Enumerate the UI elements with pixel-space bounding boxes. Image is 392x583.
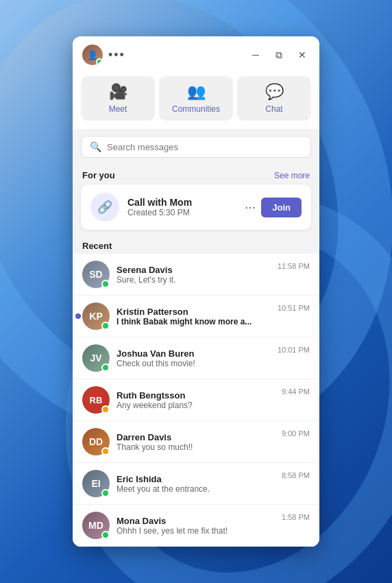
see-more-button[interactable]: See more — [274, 171, 310, 180]
join-button[interactable]: Join — [261, 198, 302, 217]
avatar-joshua: JV — [82, 344, 110, 372]
user-status-dot — [96, 58, 103, 65]
nav-meet-button[interactable]: 🎥 Meet — [81, 76, 155, 121]
nav-buttons: 🎥 Meet 👥 Communities 💬 Chat — [73, 71, 319, 129]
status-darren — [101, 447, 110, 455]
status-serena — [101, 280, 110, 288]
status-joshua — [101, 364, 110, 372]
search-icon: 🔍 — [90, 141, 101, 152]
meet-icon: 🎥 — [109, 83, 127, 101]
chat-time-kristin: 10:51 PM — [278, 304, 310, 312]
chat-preview-ruth: Any weekend plans? — [117, 401, 275, 410]
chat-item-serena[interactable]: SD Serena Davis Sure, Let's try it. 11:5… — [73, 254, 319, 296]
search-box: 🔍 — [81, 136, 311, 158]
chat-content-eric: Eric Ishida Meet you at the entrance. — [117, 474, 275, 494]
chat-name-eric: Eric Ishida — [117, 474, 275, 484]
nav-communities-button[interactable]: 👥 Communities — [159, 76, 233, 121]
chat-name-mona: Mona Davis — [117, 516, 275, 526]
avatar-darren: DD — [82, 428, 110, 455]
nav-chat-button[interactable]: 💬 Chat — [237, 76, 311, 121]
title-bar: 👤 ••• ─ ⧉ ✕ — [73, 36, 319, 71]
status-ruth — [101, 405, 110, 414]
chat-name-joshua: Joshua Van Buren — [117, 348, 271, 359]
more-options-button[interactable]: ••• — [108, 48, 125, 62]
close-button[interactable]: ✕ — [295, 47, 310, 62]
teams-window: 👤 ••• ─ ⧉ ✕ 🎥 Meet 👥 Communities 💬 Chat … — [73, 36, 319, 547]
call-more-button[interactable]: ⋯ — [245, 201, 256, 214]
chat-preview-darren: Thank you so much!! — [117, 442, 275, 452]
avatar-serena: SD — [82, 261, 110, 288]
chat-time-joshua: 10:01 PM — [278, 346, 310, 354]
chat-time-mona: 1:58 PM — [282, 513, 310, 521]
avatar-ruth: RB — [82, 386, 110, 414]
chat-name-ruth: Ruth Bengtsson — [117, 390, 275, 401]
chat-content-ruth: Ruth Bengtsson Any weekend plans? — [117, 390, 275, 410]
for-you-title: For you — [82, 170, 115, 180]
chat-content-mona: Mona Davis Ohhh I see, yes let me fix th… — [117, 516, 275, 536]
chat-preview-joshua: Check out this movie! — [117, 359, 271, 368]
chat-item-mona[interactable]: MD Mona Davis Ohhh I see, yes let me fix… — [73, 505, 319, 547]
chat-time-ruth: 9:44 PM — [282, 388, 310, 396]
chat-name-serena: Serena Davis — [117, 265, 271, 275]
chat-name-kristin: Kristin Patterson — [117, 307, 271, 317]
chat-preview-mona: Ohhh I see, yes let me fix that! — [117, 526, 275, 536]
chat-item-kristin[interactable]: KP Kristin Patterson I think Babak might… — [73, 296, 319, 337]
title-bar-left: 👤 ••• — [82, 45, 125, 65]
chat-content-joshua: Joshua Van Buren Check out this movie! — [117, 348, 271, 368]
search-input[interactable] — [107, 142, 302, 152]
call-title: Call with Mom — [127, 197, 236, 208]
for-you-header: For you See more — [73, 165, 319, 185]
search-container: 🔍 — [73, 129, 319, 165]
minimize-button[interactable]: ─ — [248, 47, 263, 62]
call-subtitle: Created 5:30 PM — [127, 208, 236, 217]
maximize-button[interactable]: ⧉ — [271, 47, 286, 62]
status-mona — [101, 531, 110, 539]
avatar-kristin: KP — [82, 302, 110, 330]
title-bar-controls: ─ ⧉ ✕ — [248, 47, 310, 62]
call-info: Call with Mom Created 5:30 PM — [127, 197, 236, 217]
chat-icon: 💬 — [265, 83, 284, 101]
communities-icon: 👥 — [187, 83, 206, 101]
status-eric — [101, 489, 110, 497]
chat-time-eric: 8:58 PM — [282, 471, 310, 479]
avatar-mona: MD — [82, 512, 110, 539]
communities-label: Communities — [172, 104, 220, 114]
chat-item-ruth[interactable]: RB Ruth Bengtsson Any weekend plans? 9:4… — [73, 379, 319, 421]
avatar-eric: EI — [82, 470, 110, 497]
chat-item-darren[interactable]: DD Darren Davis Thank you so much!! 9:00… — [73, 421, 319, 463]
chat-content-serena: Serena Davis Sure, Let's try it. — [117, 265, 271, 285]
meet-label: Meet — [109, 104, 127, 114]
chat-name-darren: Darren Davis — [117, 432, 275, 442]
chat-preview-eric: Meet you at the entrance. — [117, 484, 275, 494]
chat-content-kristin: Kristin Patterson I think Babak might kn… — [117, 307, 271, 326]
chat-preview-serena: Sure, Let's try it. — [117, 275, 271, 285]
chat-list: SD Serena Davis Sure, Let's try it. 11:5… — [73, 254, 319, 547]
chat-item-eric[interactable]: EI Eric Ishida Meet you at the entrance.… — [73, 463, 319, 505]
chat-time-serena: 11:58 PM — [278, 262, 310, 270]
chat-item-joshua[interactable]: JV Joshua Van Buren Check out this movie… — [73, 337, 319, 379]
call-card: 🔗 Call with Mom Created 5:30 PM ⋯ Join — [81, 185, 311, 230]
chat-content-darren: Darren Davis Thank you so much!! — [117, 432, 275, 452]
chat-time-darren: 9:00 PM — [282, 429, 310, 438]
recent-header: Recent — [73, 237, 319, 254]
status-kristin — [101, 322, 110, 330]
chat-preview-kristin: I think Babak might know more a... — [117, 317, 271, 326]
call-icon: 🔗 — [90, 193, 119, 222]
user-avatar[interactable]: 👤 — [82, 45, 103, 65]
call-actions: ⋯ Join — [245, 198, 302, 217]
chat-label: Chat — [265, 104, 282, 114]
